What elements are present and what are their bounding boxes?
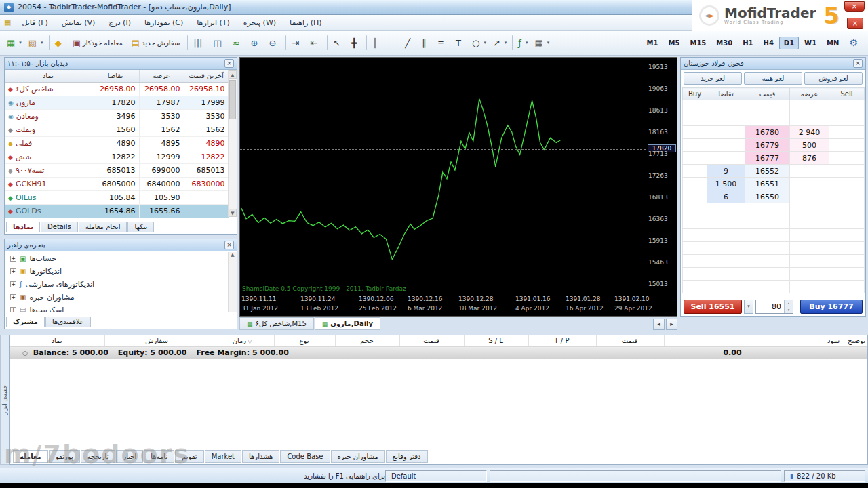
market-watch-row[interactable]: ◆شاخص کل۶ 26958.00 26958.00 26958.10 xyxy=(5,82,229,96)
dom-price-cell[interactable] xyxy=(745,281,790,293)
indicators-button[interactable]: ƒ ▾ xyxy=(515,35,531,52)
dom-bid-cell[interactable] xyxy=(707,229,745,242)
terminal-column-header[interactable]: نوع xyxy=(275,336,336,346)
line-chart-button[interactable]: ≈ xyxy=(229,35,248,52)
nav-indicators[interactable]: + ▣ اندیکاتورها xyxy=(5,265,228,278)
crosshair-button[interactable]: ╋ xyxy=(348,35,364,52)
dom-price-cell[interactable]: 16777 xyxy=(745,152,790,165)
nav-experts[interactable]: + ▣ مشاوران خبره xyxy=(5,291,228,304)
dom-price-cell[interactable] xyxy=(745,229,790,242)
dom-buy-cell[interactable] xyxy=(683,255,707,268)
dom-ask-cell[interactable] xyxy=(790,216,829,229)
chart-price-axis[interactable]: 17820 1951319063186131816317713172631681… xyxy=(646,58,677,293)
dom-buy-cell[interactable] xyxy=(683,126,707,139)
dom-sell-cell[interactable] xyxy=(829,216,865,229)
dom-price-cell[interactable] xyxy=(745,100,790,113)
chart-close-button[interactable]: × xyxy=(847,18,863,29)
dom-ask-cell[interactable] xyxy=(790,178,829,190)
chart-plot-area[interactable]: ShamsiDate 0.5 Copyright 1999 - 2011, Ta… xyxy=(240,58,646,293)
dom-price-cell[interactable]: 16550 xyxy=(745,190,790,203)
dom-price-cell[interactable]: 16551 xyxy=(745,178,790,190)
tab-common[interactable]: مشترک xyxy=(6,317,45,327)
menu-insert[interactable]: درج (I) xyxy=(102,16,138,29)
dom-ask-cell[interactable] xyxy=(790,281,829,293)
dom-ask-cell[interactable]: 2 940 xyxy=(790,126,829,139)
dom-price-cell[interactable]: 16779 xyxy=(745,139,790,152)
dom-ask-cell[interactable] xyxy=(790,100,829,113)
scroll-up-icon[interactable]: ▲ xyxy=(231,252,234,258)
dom-sell-cell[interactable] xyxy=(829,152,865,165)
vertical-line-button[interactable]: │ xyxy=(369,35,385,52)
auto-trade-button[interactable]: ▣ معامله خودکار xyxy=(69,35,128,52)
timeframe-m1[interactable]: M1 xyxy=(642,37,663,49)
dom-buy-cell[interactable] xyxy=(683,229,707,242)
dom-bid-cell[interactable] xyxy=(707,255,745,268)
timeframe-w1[interactable]: W1 xyxy=(800,37,821,49)
column-last[interactable]: آخرین قیمت xyxy=(184,70,229,82)
market-watch-row[interactable]: ◆تسه۹۰۰۷ 685013 699000 685013 xyxy=(5,163,229,177)
tree-expand-icon[interactable]: + xyxy=(10,307,16,312)
dom-price-cell[interactable] xyxy=(745,268,790,281)
terminal-column-header[interactable]: توضیح xyxy=(848,336,867,346)
dom-ask-cell[interactable] xyxy=(790,113,829,126)
chart-panel[interactable]: ShamsiDate 0.5 Copyright 1999 - 2011, Ta… xyxy=(239,57,677,317)
navigator-scrollbar[interactable]: ▲ xyxy=(228,252,237,312)
tab-trade[interactable]: معامله xyxy=(13,450,48,463)
dom-price-cell[interactable] xyxy=(745,255,790,268)
timeframe-m30[interactable]: M30 xyxy=(711,37,737,49)
market-watch-row[interactable]: ◆شش 12822 12999 12822 xyxy=(5,150,229,163)
tree-expand-icon[interactable]: + xyxy=(10,294,16,300)
terminal-column-header[interactable]: سود xyxy=(665,336,848,346)
new-chart-button[interactable]: ▦ ▾ xyxy=(3,35,25,52)
dom-ask-cell[interactable] xyxy=(790,190,829,203)
dom-price-cell[interactable] xyxy=(745,203,790,216)
dom-sell-cell[interactable] xyxy=(829,190,865,203)
dom-bid-cell[interactable] xyxy=(707,139,745,152)
column-ask[interactable]: عرضه xyxy=(139,70,184,82)
dom-sell-cell[interactable] xyxy=(829,268,865,281)
shapes-button[interactable]: ○ ▾ xyxy=(469,35,490,52)
tab-history[interactable]: تاریخچه xyxy=(81,450,116,463)
close-icon[interactable]: × xyxy=(224,59,234,68)
terminal-column-header[interactable]: S / L xyxy=(465,336,529,346)
dom-price-cell[interactable] xyxy=(745,113,790,126)
dom-sell-cell[interactable] xyxy=(829,281,865,293)
trendline-button[interactable]: ╱ xyxy=(401,35,418,52)
tab-scroll-right-icon[interactable]: ▸ xyxy=(666,319,677,330)
scrollbar-thumb[interactable] xyxy=(229,80,236,119)
dom-sell-cell[interactable] xyxy=(829,203,865,216)
dom-row[interactable] xyxy=(683,216,865,229)
dom-row[interactable] xyxy=(683,242,865,255)
dom-row[interactable]: 16777 876 xyxy=(683,152,865,165)
market-watch-row[interactable]: ◆OILus 105.84 105.90 xyxy=(5,190,229,204)
tab-favorites[interactable]: علاقمندی‌ها xyxy=(45,317,91,327)
timeframe-m15[interactable]: M15 xyxy=(685,37,711,49)
dom-bid-cell[interactable] xyxy=(707,203,745,216)
dom-row[interactable]: 9 16552 xyxy=(683,165,865,178)
window-close-button[interactable]: × xyxy=(844,1,865,12)
chart-tab-index-m15[interactable]: ▦ شاخص کل۶,M15 xyxy=(239,317,314,330)
market-watch-button[interactable]: ◆ xyxy=(52,35,69,52)
dom-buy-cell[interactable] xyxy=(683,242,707,255)
dom-bid-cell[interactable]: 9 xyxy=(707,165,745,178)
tab-alerts[interactable]: هشدارها xyxy=(242,450,279,463)
dom-bid-cell[interactable] xyxy=(707,126,745,139)
chart-date-axis[interactable]: 1390.11.111390.11.241390.12.061390.12.16… xyxy=(240,293,646,316)
arrows-button[interactable]: ↗ ▾ xyxy=(490,35,510,52)
balance-row[interactable]: ○ Balance: 5 000.00 Equity: 5 000.00 Fre… xyxy=(10,347,867,359)
dom-buy-cell[interactable] xyxy=(683,100,707,113)
column-symbol[interactable]: نماد xyxy=(5,70,92,82)
dom-ask-cell[interactable]: 876 xyxy=(790,152,829,165)
tab-portfolio[interactable]: پورتفو xyxy=(49,450,80,463)
timeframe-m5[interactable]: M5 xyxy=(664,37,685,49)
dom-buy-cell[interactable] xyxy=(683,152,707,165)
close-icon[interactable]: × xyxy=(853,59,863,68)
dom-ask-cell[interactable]: 500 xyxy=(790,139,829,152)
column-bid[interactable]: تقاضا xyxy=(92,70,139,82)
timeframe-mn[interactable]: MN xyxy=(822,37,844,49)
dom-bid-cell[interactable] xyxy=(707,216,745,229)
toolbox-strip[interactable]: جعبه‌ی ابزار xyxy=(0,335,9,465)
dom-row[interactable]: 6 16550 xyxy=(683,190,865,203)
zoom-out-button[interactable]: ⊖ xyxy=(266,35,284,52)
dom-price-cell[interactable] xyxy=(745,242,790,255)
